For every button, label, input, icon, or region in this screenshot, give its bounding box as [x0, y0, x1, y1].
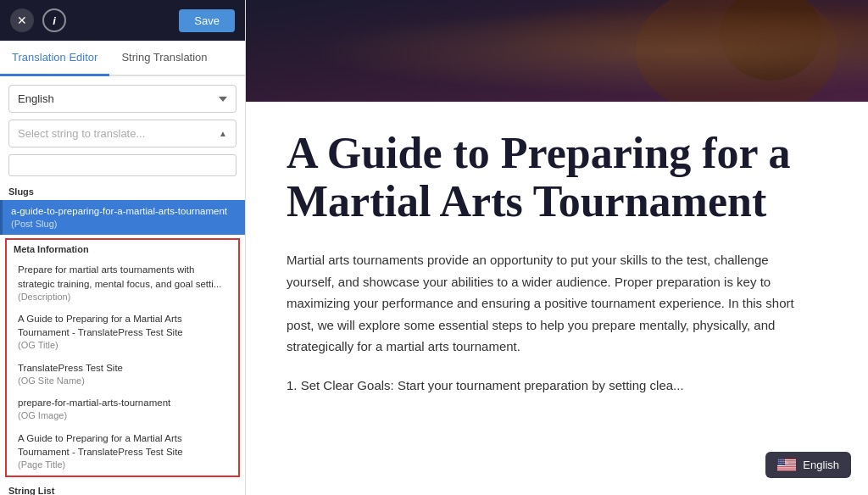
meta-item-page-title-text: A Guide to Preparing for a Martial Arts …: [18, 431, 230, 459]
meta-item-description-text: Prepare for martial arts tournaments wit…: [18, 263, 230, 290]
meta-item-og-title-label: (OG Title): [18, 339, 230, 352]
tab-translation-editor[interactable]: Translation Editor: [0, 41, 109, 76]
svg-rect-8: [777, 467, 796, 468]
meta-item-og-image-label: (OG Image): [18, 409, 230, 422]
meta-item-og-site-name-label: (OG Site Name): [18, 375, 230, 387]
language-badge[interactable]: ★★★★★★ ★★★★★ ★★★★★★ ★★★★★ English: [765, 452, 851, 478]
right-panel: A Guide to Preparing for a Martial Arts …: [246, 0, 868, 495]
language-badge-label: English: [803, 459, 839, 471]
article-title: A Guide to Preparing for a Martial Arts …: [287, 129, 815, 225]
svg-rect-9: [777, 470, 796, 470]
svg-rect-7: [777, 465, 796, 466]
hero-image: [246, 0, 868, 102]
meta-item-og-image-text: prepare-for-martial-arts-tournament: [18, 396, 230, 409]
article-body-paragraph-2: 1. Set Clear Goals: Start your tournamen…: [287, 375, 815, 397]
meta-list-item-og-image[interactable]: prepare-for-martial-arts-tournament (OG …: [7, 392, 238, 426]
info-icon: i: [53, 14, 56, 27]
dropdown-arrow-up-icon: ▲: [219, 129, 227, 138]
top-bar-left: ✕ i: [10, 8, 66, 32]
meta-list-item-og-title[interactable]: A Guide to Preparing for a Martial Arts …: [7, 308, 238, 357]
meta-list-item-og-site-name[interactable]: TranslatePress Test Site (OG Site Name): [7, 357, 238, 392]
string-list-section-header: String List: [0, 481, 245, 495]
svg-text:★★★★★: ★★★★★: [778, 464, 782, 465]
meta-item-description-label: (Description): [18, 291, 230, 303]
tab-string-translation[interactable]: String Translation: [109, 41, 219, 76]
article-body-paragraph-1: Martial arts tournaments provide an oppo…: [287, 249, 815, 358]
string-select-wrapper: Select string to translate... ▲: [0, 120, 245, 154]
meta-item-og-title-text: A Guide to Preparing for a Martial Arts …: [18, 312, 230, 339]
language-select-wrapper: English: [0, 76, 245, 120]
top-bar: ✕ i Save: [0, 0, 245, 41]
slug-list-item[interactable]: a-guide-to-preparing-for-a-martial-arts-…: [0, 200, 245, 235]
meta-section-header: Meta Information: [7, 240, 238, 259]
slug-item-text: a-guide-to-preparing-for-a-martial-arts-…: [11, 204, 236, 218]
info-button[interactable]: i: [42, 8, 66, 32]
meta-item-og-site-name-text: TranslatePress Test Site: [18, 361, 230, 375]
save-button[interactable]: Save: [179, 9, 235, 32]
search-box-wrapper: [0, 154, 245, 181]
meta-list-item-description[interactable]: Prepare for martial arts tournaments wit…: [7, 259, 238, 308]
string-select-placeholder: Select string to translate...: [18, 127, 145, 140]
close-icon: ✕: [17, 14, 27, 27]
article-content: A Guide to Preparing for a Martial Arts …: [246, 102, 856, 447]
language-select[interactable]: English: [8, 85, 236, 113]
left-panel: ✕ i Save Translation Editor String Trans…: [0, 0, 246, 495]
string-select-bar[interactable]: Select string to translate... ▲: [8, 120, 236, 147]
close-button[interactable]: ✕: [10, 8, 34, 32]
meta-list-item-page-title[interactable]: A Guide to Preparing for a Martial Arts …: [7, 427, 238, 476]
string-list: Slugs a-guide-to-preparing-for-a-martial…: [0, 181, 245, 495]
flag-icon: ★★★★★★ ★★★★★ ★★★★★★ ★★★★★: [777, 459, 796, 471]
meta-item-page-title-label: (Page Title): [18, 459, 230, 471]
tabs-bar: Translation Editor String Translation: [0, 41, 245, 76]
slugs-section-header: Slugs: [0, 181, 245, 200]
search-input[interactable]: [8, 154, 236, 176]
hero-image-overlay: [246, 0, 868, 102]
meta-section: Meta Information Prepare for martial art…: [5, 238, 240, 477]
slug-item-label: (Post Slug): [11, 218, 236, 231]
